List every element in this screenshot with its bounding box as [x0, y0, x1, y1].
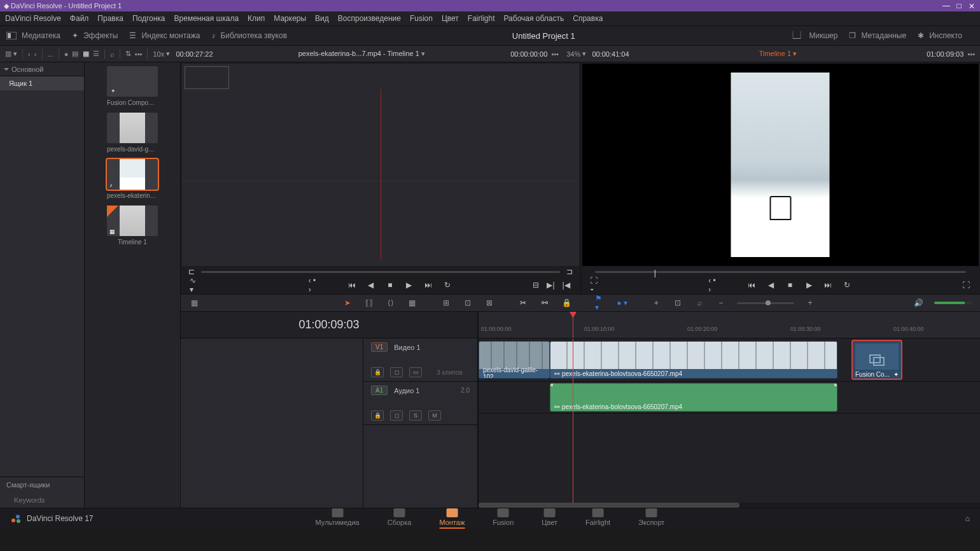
- menu-view[interactable]: Вид: [315, 14, 329, 23]
- sound-lib-label[interactable]: Библиотека звуков: [220, 31, 287, 40]
- page-cut[interactable]: Сборка: [388, 508, 412, 529]
- menu-markers[interactable]: Маркеры: [274, 14, 306, 23]
- timeline-scrubber[interactable]: |: [581, 267, 981, 276]
- clip-thumb-ekaterina[interactable]: ♪: [107, 159, 158, 190]
- loop-icon[interactable]: ↻: [442, 280, 452, 290]
- metadata-icon[interactable]: ❐: [849, 31, 856, 40]
- sound-lib-icon[interactable]: ♪: [211, 31, 215, 40]
- volume-slider[interactable]: [934, 302, 972, 304]
- zoom-plus-icon[interactable]: +: [804, 297, 816, 309]
- master-bin-header[interactable]: Основной: [0, 62, 84, 76]
- stop-icon[interactable]: ■: [385, 280, 395, 290]
- menu-file[interactable]: Файл: [70, 14, 89, 23]
- expand-icon[interactable]: ⛶: [961, 280, 971, 290]
- view-list-icon[interactable]: ☰: [93, 50, 99, 58]
- close-button[interactable]: ⨯: [967, 1, 976, 10]
- first-frame-icon[interactable]: ⏮: [746, 280, 757, 290]
- media-pool-label[interactable]: Медиатека: [22, 31, 60, 40]
- last-frame-icon[interactable]: ⏭: [423, 280, 433, 290]
- insert-clip-icon[interactable]: ⊞: [440, 297, 452, 309]
- media-pool-icon[interactable]: [6, 32, 17, 39]
- page-fusion[interactable]: Fusion: [493, 508, 514, 529]
- dynamic-trim-icon[interactable]: ⟨⟩: [385, 297, 396, 309]
- mute-icon[interactable]: M: [428, 410, 441, 421]
- step-back-icon[interactable]: ◀: [366, 280, 376, 290]
- zoom-slider[interactable]: [737, 302, 794, 304]
- video-track[interactable]: pexels-david-gallie-102... ⚯pexels-ekate…: [479, 338, 980, 382]
- clip-thumb-david[interactable]: [107, 113, 158, 143]
- menu-fairlight[interactable]: Fairlight: [468, 14, 495, 23]
- breadcrumb-dots[interactable]: ...: [48, 50, 53, 58]
- mixer-icon[interactable]: ⎿⏌: [789, 31, 804, 40]
- sort-icon[interactable]: ⇅: [125, 50, 131, 58]
- menu-davinci[interactable]: DaVinci Resolve: [5, 14, 61, 23]
- crop-icon[interactable]: ⛶ ▾: [590, 280, 600, 290]
- page-media[interactable]: Мультимедиа: [316, 508, 360, 529]
- solo-icon[interactable]: S: [409, 410, 422, 421]
- audio-track-tag[interactable]: A1: [371, 386, 388, 395]
- play-icon[interactable]: ▶: [404, 280, 414, 290]
- menu-clip[interactable]: Клип: [248, 14, 265, 23]
- fusion-clip[interactable]: Fusion Co...✦: [851, 340, 902, 380]
- timeline-view-options-icon[interactable]: ▦: [188, 297, 200, 309]
- menu-help[interactable]: Справка: [573, 14, 603, 23]
- page-edit[interactable]: Монтаж: [439, 508, 465, 529]
- keywords-bin[interactable]: Keywords: [0, 492, 84, 508]
- timeline-name[interactable]: Timeline 1: [759, 50, 791, 57]
- page-deliver[interactable]: Экспорт: [638, 508, 664, 529]
- in-out-next-icon[interactable]: ▶|: [546, 280, 556, 290]
- volume-icon[interactable]: 🔊: [913, 297, 924, 309]
- inspector-label[interactable]: Инспекто: [929, 31, 962, 40]
- video-clip[interactable]: pexels-david-gallie-102...: [479, 341, 550, 379]
- timeline-ruler[interactable]: 01:00:00:00 01:00:10:00 01:00:20:00 01:0…: [479, 312, 980, 338]
- selection-tool-icon[interactable]: ➤: [342, 297, 353, 309]
- effects-label[interactable]: Эффекты: [83, 31, 118, 40]
- marker-icon[interactable]: ● ▾: [617, 297, 628, 309]
- nav-prev-dot[interactable]: ‹ • ›: [309, 280, 319, 290]
- play-icon[interactable]: ▶: [804, 280, 814, 290]
- bin-item[interactable]: Ящик 1: [0, 76, 84, 90]
- record-icon[interactable]: ●: [64, 50, 69, 58]
- nav-prev-dot[interactable]: ‹ • ›: [708, 280, 718, 290]
- maximize-button[interactable]: □: [955, 1, 963, 10]
- zoom-detail-icon[interactable]: ⌕: [694, 297, 705, 309]
- stop-icon[interactable]: ■: [785, 280, 795, 290]
- viewer-zoom[interactable]: 34%: [566, 50, 580, 58]
- minimize-button[interactable]: —: [942, 1, 951, 10]
- menu-workspace[interactable]: Рабочая область: [504, 14, 564, 23]
- link-icon[interactable]: ⚯: [539, 297, 550, 309]
- snap-icon[interactable]: ⌖: [650, 297, 662, 309]
- zoom-fit-icon[interactable]: ⊡: [672, 297, 683, 309]
- lock-track-icon[interactable]: 🔒: [371, 367, 384, 377]
- source-canvas[interactable]: [182, 64, 579, 266]
- replace-clip-icon[interactable]: ⊠: [484, 297, 495, 309]
- edit-index-icon[interactable]: ☰: [129, 31, 136, 40]
- flag-icon[interactable]: ⚑ ▾: [595, 297, 606, 309]
- page-fairlight[interactable]: Fairlight: [585, 508, 610, 529]
- auto-select-icon[interactable]: ◻: [390, 367, 403, 377]
- sidebar-toggle-icon[interactable]: ▥ ▾: [5, 50, 17, 58]
- tl-more-icon[interactable]: •••: [967, 50, 975, 58]
- menu-fusion[interactable]: Fusion: [410, 14, 433, 23]
- video-track-tag[interactable]: V1: [371, 342, 388, 352]
- match-frame-icon[interactable]: ⊟: [531, 280, 541, 290]
- step-back-icon[interactable]: ◀: [766, 280, 776, 290]
- disable-track-icon[interactable]: ▭: [409, 367, 422, 377]
- razor-icon[interactable]: ✂: [517, 297, 529, 309]
- loop-icon[interactable]: ↻: [842, 280, 852, 290]
- expand-icon[interactable]: ✦: [893, 371, 899, 378]
- menu-playback[interactable]: Воспроизведение: [338, 14, 401, 23]
- video-clip[interactable]: ⚯pexels-ekaterina-bolovtsova-6650207.mp4: [550, 341, 837, 379]
- video-track-header[interactable]: V1Видео 1 🔒◻▭ 3 клипов: [363, 338, 477, 382]
- nav-fwd-icon[interactable]: ›: [34, 50, 37, 58]
- smart-bins-label[interactable]: Смарт-ящики: [0, 477, 84, 492]
- trim-tool-icon[interactable]: ⟦⟧: [363, 297, 375, 309]
- menu-edit[interactable]: Правка: [97, 14, 123, 23]
- page-color[interactable]: Цвет: [542, 508, 557, 529]
- more-icon[interactable]: •••: [135, 50, 143, 58]
- edit-index-label[interactable]: Индекс монтажа: [141, 31, 200, 40]
- first-frame-icon[interactable]: ⏮: [347, 280, 357, 290]
- audio-track[interactable]: ⚯pexels-ekaterina-bolovtsova-6650207.mp4: [479, 382, 980, 414]
- menu-timeline[interactable]: Временная шкала: [174, 14, 239, 23]
- view-strip-icon[interactable]: ▤: [72, 50, 78, 58]
